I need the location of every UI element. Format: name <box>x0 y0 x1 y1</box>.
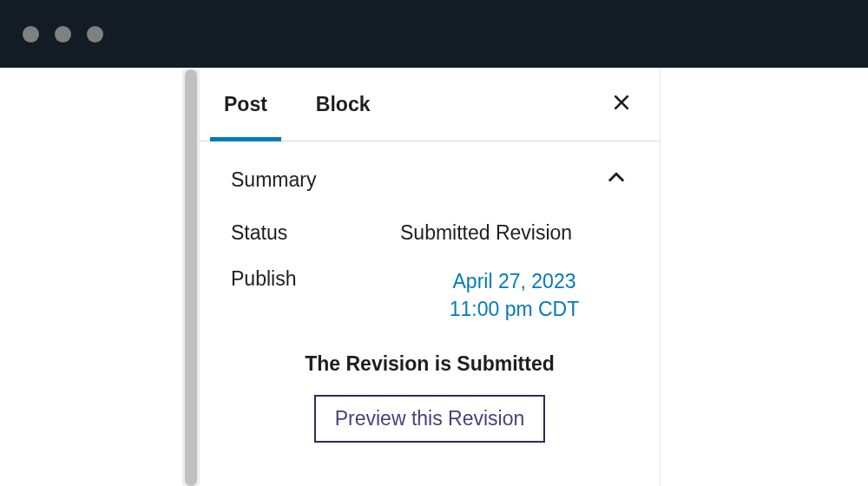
content-area: Post Block Summary <box>0 68 868 486</box>
tab-block[interactable]: Block <box>292 68 395 141</box>
close-icon <box>610 91 633 117</box>
summary-section-header[interactable]: Summary <box>200 141 660 213</box>
publish-label: Publish <box>231 267 400 323</box>
status-label: Status <box>231 221 400 245</box>
scrollbar[interactable] <box>182 69 200 486</box>
status-row: Status Submitted Revision <box>200 213 660 253</box>
tab-block-label: Block <box>316 93 371 116</box>
traffic-light-zoom[interactable] <box>87 26 103 43</box>
publish-time-text: 11:00 pm CDT <box>450 298 580 320</box>
traffic-light-close[interactable] <box>23 26 39 43</box>
status-value: Submitted Revision <box>400 221 628 245</box>
preview-revision-button[interactable]: Preview this Revision <box>314 395 546 443</box>
preview-button-label: Preview this Revision <box>335 407 525 430</box>
preview-row: Preview this Revision <box>200 390 660 448</box>
publish-row: Publish April 27, 2023 11:00 pm CDT <box>200 253 660 332</box>
scrollbar-thumb[interactable] <box>185 69 197 486</box>
right-gutter <box>660 68 868 486</box>
publish-date-text: April 27, 2023 <box>453 270 576 292</box>
summary-title: Summary <box>231 168 316 192</box>
tabs-row: Post Block <box>200 68 660 141</box>
publish-date-link[interactable]: April 27, 2023 11:00 pm CDT <box>400 267 628 323</box>
left-gutter <box>0 68 182 486</box>
settings-panel: Post Block Summary <box>200 68 660 486</box>
revision-status-text: The Revision is Submitted <box>200 332 660 390</box>
tab-post[interactable]: Post <box>200 68 292 141</box>
close-panel-button[interactable] <box>604 87 639 122</box>
chevron-up-icon <box>604 166 628 194</box>
tab-post-label: Post <box>224 93 267 116</box>
window-titlebar <box>0 0 868 68</box>
traffic-light-minimize[interactable] <box>55 26 71 43</box>
